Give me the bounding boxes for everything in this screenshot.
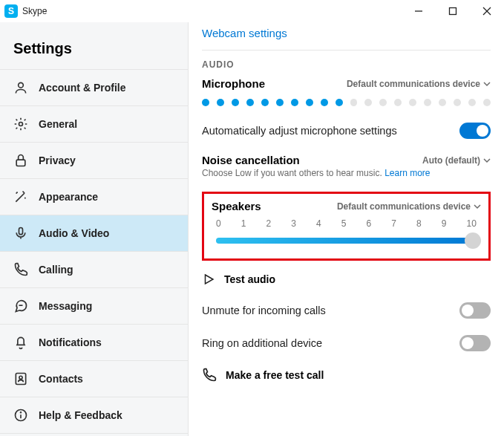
slider-thumb[interactable] bbox=[465, 232, 481, 249]
minimize-button[interactable] bbox=[402, 0, 436, 22]
free-test-call-label: Make a free test call bbox=[226, 369, 324, 381]
bell-icon bbox=[13, 335, 28, 350]
sidebar-item-appearance[interactable]: Appearance bbox=[0, 178, 188, 215]
free-test-call-button[interactable]: Make a free test call bbox=[202, 368, 491, 383]
lock-icon bbox=[13, 153, 28, 168]
app-title: Skype bbox=[22, 6, 47, 16]
sidebar-item-label: Help & Feedback bbox=[39, 409, 122, 421]
tick-label: 1 bbox=[241, 218, 246, 229]
sidebar-item-contacts[interactable]: Contacts bbox=[0, 360, 188, 397]
svg-rect-6 bbox=[16, 160, 25, 166]
meter-dot bbox=[246, 99, 254, 106]
webcam-settings-link[interactable]: Webcam settings bbox=[202, 27, 491, 39]
noise-cancellation-select[interactable]: Auto (default) bbox=[422, 155, 491, 166]
test-audio-label: Test audio bbox=[224, 273, 275, 285]
speakers-volume-slider[interactable] bbox=[212, 232, 481, 248]
tick-label: 8 bbox=[416, 218, 422, 229]
meter-dot bbox=[409, 99, 416, 106]
sidebar-item-label: Appearance bbox=[39, 191, 98, 203]
sidebar-item-label: Account & Profile bbox=[39, 82, 125, 94]
meter-dot bbox=[321, 99, 328, 106]
test-audio-button[interactable]: Test audio bbox=[202, 273, 491, 286]
phone-icon bbox=[13, 262, 28, 277]
speakers-highlight-box: Speakers Default communications device 0… bbox=[202, 192, 491, 261]
svg-point-13 bbox=[21, 412, 22, 413]
meter-dot bbox=[350, 99, 358, 106]
svg-rect-1 bbox=[450, 8, 456, 15]
meter-dot bbox=[468, 99, 476, 106]
noise-cancellation-row: Noise cancellation Auto (default) Choose… bbox=[202, 154, 491, 178]
noise-desc-text: Choose Low if you want others to hear mu… bbox=[202, 168, 384, 178]
chat-icon bbox=[13, 299, 28, 313]
meter-dot bbox=[291, 99, 298, 106]
meter-dot bbox=[261, 99, 269, 106]
sidebar-item-calling[interactable]: Calling bbox=[0, 251, 188, 287]
tick-label: 7 bbox=[391, 218, 396, 229]
speakers-device-select[interactable]: Default communications device bbox=[337, 201, 481, 212]
main-panel: Webcam settings AUDIO Microphone Default… bbox=[189, 22, 504, 436]
ring-toggle[interactable] bbox=[459, 335, 491, 351]
sidebar-item-label: General bbox=[39, 118, 77, 130]
chevron-down-icon bbox=[474, 203, 481, 210]
speakers-device-value: Default communications device bbox=[337, 201, 471, 212]
window-controls bbox=[402, 0, 504, 22]
svg-point-4 bbox=[19, 82, 24, 88]
meter-dot bbox=[202, 99, 209, 106]
sidebar-item-messaging[interactable]: Messaging bbox=[0, 287, 188, 324]
ring-label: Ring on additional device bbox=[202, 337, 322, 349]
speakers-row: Speakers Default communications device bbox=[212, 200, 481, 212]
svg-rect-7 bbox=[19, 228, 23, 235]
meter-dot bbox=[439, 99, 446, 106]
microphone-device-select[interactable]: Default communications device bbox=[347, 79, 491, 89]
app-icon-letter: S bbox=[8, 6, 14, 16]
unmute-label: Unmute for incoming calls bbox=[202, 305, 326, 316]
chevron-down-icon bbox=[483, 157, 491, 164]
meter-dot bbox=[276, 99, 284, 106]
sidebar-item-account[interactable]: Account & Profile bbox=[0, 69, 188, 105]
svg-point-10 bbox=[19, 376, 22, 379]
close-button[interactable] bbox=[470, 0, 504, 22]
chevron-down-icon bbox=[483, 80, 491, 88]
tick-label: 0 bbox=[216, 218, 221, 229]
wand-icon bbox=[13, 189, 28, 204]
sidebar-item-general[interactable]: General bbox=[0, 105, 188, 142]
sidebar-item-label: Audio & Video bbox=[39, 227, 109, 239]
noise-cancellation-desc: Choose Low if you want others to hear mu… bbox=[202, 168, 491, 178]
sidebar: Settings Account & Profile General Priva… bbox=[0, 22, 189, 436]
noise-cancellation-label: Noise cancellation bbox=[202, 154, 300, 166]
auto-adjust-toggle[interactable] bbox=[459, 123, 491, 139]
meter-dot bbox=[364, 99, 372, 106]
sidebar-item-help[interactable]: Help & Feedback bbox=[0, 397, 188, 434]
tick-label: 3 bbox=[291, 218, 296, 229]
unmute-toggle[interactable] bbox=[459, 302, 491, 319]
app-icon: S bbox=[4, 4, 18, 18]
divider bbox=[202, 50, 491, 51]
learn-more-link[interactable]: Learn more bbox=[384, 168, 430, 178]
auto-adjust-label: Automatically adjust microphone settings bbox=[202, 125, 397, 137]
tick-label: 4 bbox=[316, 218, 321, 229]
meter-dot bbox=[232, 99, 239, 106]
ring-row: Ring on additional device bbox=[202, 335, 491, 351]
play-icon bbox=[202, 273, 215, 286]
maximize-button[interactable] bbox=[436, 0, 470, 22]
sidebar-item-label: Contacts bbox=[39, 373, 83, 385]
sidebar-item-notifications[interactable]: Notifications bbox=[0, 324, 188, 360]
meter-dot bbox=[336, 99, 343, 106]
tick-label: 10 bbox=[467, 218, 477, 229]
meter-dot bbox=[424, 99, 431, 106]
sidebar-item-audio-video[interactable]: Audio & Video bbox=[0, 215, 188, 251]
sidebar-item-privacy[interactable]: Privacy bbox=[0, 142, 188, 178]
tick-label: 9 bbox=[442, 218, 447, 229]
meter-dot bbox=[454, 99, 461, 106]
unmute-row: Unmute for incoming calls bbox=[202, 302, 491, 319]
phone-icon bbox=[202, 368, 217, 383]
meter-dot bbox=[379, 99, 387, 106]
meter-dot bbox=[394, 99, 402, 106]
person-icon bbox=[13, 80, 28, 95]
microphone-icon bbox=[13, 226, 28, 241]
sidebar-item-label: Privacy bbox=[39, 154, 76, 166]
audio-section-label: AUDIO bbox=[202, 59, 491, 70]
microphone-row: Microphone Default communications device bbox=[202, 77, 491, 90]
tick-label: 2 bbox=[266, 218, 272, 229]
slider-track bbox=[216, 238, 477, 244]
